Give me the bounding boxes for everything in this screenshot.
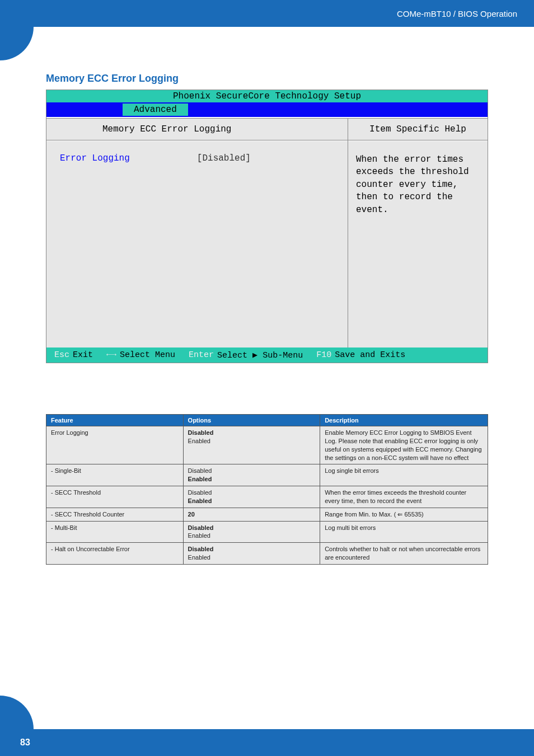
feature-table: Feature Options Description Error Loggin…: [46, 414, 488, 565]
bios-right-header: Item Specific Help: [348, 118, 488, 140]
footer-curve-decoration: [0, 696, 34, 729]
bios-label-select-menu: Select Menu: [120, 350, 175, 360]
cell-feature: - SECC Threshold Counter: [46, 508, 184, 521]
cell-feature: - Single-Bit: [46, 464, 184, 486]
cell-options: DisabledEnabled: [183, 486, 320, 508]
header-curve-decoration: [0, 27, 34, 60]
bios-right-panel: Item Specific Help When the error times …: [348, 118, 488, 348]
cell-options: 20: [183, 508, 320, 521]
bios-tab-advanced: Advanced: [123, 104, 188, 116]
cell-options: DisabledEnabled: [183, 464, 320, 486]
cell-description: When the error times exceeds the thresho…: [320, 486, 488, 508]
th-description: Description: [320, 415, 488, 426]
bios-footer: Esc Exit ←→ Select Menu Enter Select ▶ S…: [46, 348, 488, 363]
bios-label-submenu: Select ▶ Sub-Menu: [217, 350, 303, 360]
bios-label-save: Save and Exits: [335, 350, 405, 360]
cell-feature: - Halt on Uncorrectable Error: [46, 543, 184, 565]
cell-options: DisabledEnabled: [183, 426, 320, 464]
cell-description: Enable Memory ECC Error Logging to SMBIO…: [320, 426, 488, 464]
cell-feature: Error Logging: [46, 426, 184, 464]
breadcrumb: COMe-mBT10 / BIOS Operation: [397, 9, 517, 18]
bios-body: Memory ECC Error Logging Error Logging […: [46, 117, 488, 348]
cell-options: DisabledEnabled: [183, 543, 320, 565]
cell-description: Log multi bit errors: [320, 521, 488, 543]
section-title: Memory ECC Error Logging: [46, 73, 179, 84]
bios-left-panel: Memory ECC Error Logging Error Logging […: [46, 118, 348, 348]
bios-tab-row: Advanced: [46, 102, 488, 117]
cell-options: DisabledEnabled: [183, 521, 320, 543]
bios-screenshot: Phoenix SecureCore Technology Setup Adva…: [46, 90, 488, 363]
cell-description: Range from Min. to Max. ( ⇐ 65535): [320, 508, 488, 521]
bios-key-f10: F10: [316, 350, 331, 360]
bios-key-esc: Esc: [54, 350, 69, 360]
cell-description: Log single bit errors: [320, 464, 488, 486]
header-bar: COMe-mBT10 / BIOS Operation: [0, 0, 534, 27]
page-number: 83: [20, 738, 30, 748]
cell-description: Controls whether to halt or not when unc…: [320, 543, 488, 565]
cell-feature: - Multi-Bit: [46, 521, 184, 543]
bios-label-exit: Exit: [73, 350, 93, 360]
bios-key-arrows: ←→: [106, 350, 116, 360]
th-options: Options: [183, 415, 320, 426]
bios-key-enter: Enter: [189, 350, 214, 360]
bios-setting-value: [Disabled]: [197, 153, 251, 335]
table-header-row: Feature Options Description: [46, 415, 488, 426]
table-row: - Single-BitDisabledEnabledLog single bi…: [46, 464, 488, 486]
footer-bar: 83: [0, 729, 534, 756]
bios-setting-label: Error Logging: [60, 153, 130, 335]
table-row: Error LoggingDisabledEnabledEnable Memor…: [46, 426, 488, 464]
cell-feature: - SECC Threshold: [46, 486, 184, 508]
table-row: - Halt on Uncorrectable ErrorDisabledEna…: [46, 543, 488, 565]
bios-left-header: Memory ECC Error Logging: [46, 118, 348, 140]
th-feature: Feature: [46, 415, 184, 426]
table-row: - SECC Threshold Counter20Range from Min…: [46, 508, 488, 521]
bios-left-content: Error Logging [Disabled]: [46, 140, 348, 348]
bios-help-text: When the error times exceeds the thresho…: [348, 140, 488, 348]
table-row: - Multi-BitDisabledEnabledLog multi bit …: [46, 521, 488, 543]
table-row: - SECC ThresholdDisabledEnabledWhen the …: [46, 486, 488, 508]
page: COMe-mBT10 / BIOS Operation Memory ECC E…: [0, 0, 534, 756]
bios-title: Phoenix SecureCore Technology Setup: [46, 90, 488, 102]
